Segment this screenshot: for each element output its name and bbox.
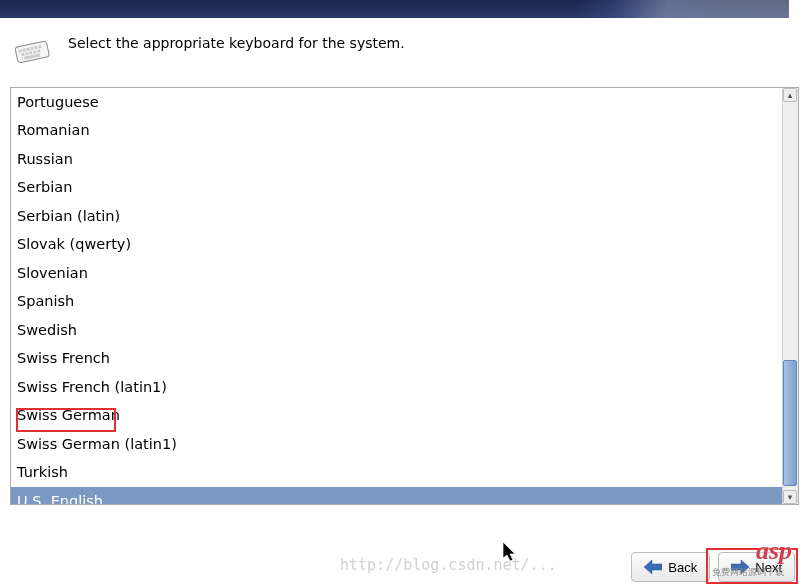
list-item[interactable]: Swiss French (11, 344, 782, 372)
list-item[interactable]: Portuguese (11, 88, 782, 116)
scrollbar[interactable]: ▴ ▾ (782, 88, 798, 504)
keyboard-listbox[interactable]: PortugueseRomanianRussianSerbianSerbian … (11, 88, 782, 504)
next-button[interactable]: Next (718, 552, 795, 582)
list-item[interactable]: Swiss French (latin1) (11, 373, 782, 401)
arrow-left-icon (644, 560, 662, 574)
list-item[interactable]: Turkish (11, 458, 782, 486)
svg-rect-7 (21, 53, 25, 57)
scroll-down-button[interactable]: ▾ (783, 490, 797, 504)
back-button[interactable]: Back (631, 552, 710, 582)
installer-banner (0, 0, 789, 18)
scroll-thumb[interactable] (783, 360, 797, 486)
svg-rect-9 (29, 51, 33, 55)
list-item[interactable]: Russian (11, 145, 782, 173)
svg-rect-1 (18, 49, 22, 53)
instruction-text: Select the appropriate keyboard for the … (68, 33, 405, 54)
list-item[interactable]: Slovak (qwerty) (11, 230, 782, 258)
keyboard-icon (12, 33, 52, 69)
list-item[interactable]: Serbian (latin) (11, 202, 782, 230)
instruction-row: Select the appropriate keyboard for the … (10, 33, 789, 69)
svg-rect-8 (25, 52, 29, 56)
svg-rect-3 (26, 48, 30, 52)
svg-rect-2 (22, 48, 26, 52)
arrow-right-icon (731, 560, 749, 574)
svg-rect-6 (38, 45, 42, 49)
watermark-url: http://blog.csdn.net/... (340, 556, 557, 574)
list-item[interactable]: Spanish (11, 287, 782, 315)
list-item[interactable]: Slovenian (11, 259, 782, 287)
svg-rect-5 (34, 46, 38, 50)
svg-rect-10 (33, 50, 37, 54)
list-item[interactable]: Swiss German (latin1) (11, 430, 782, 458)
next-button-label: Next (755, 560, 782, 575)
navigation-buttons: Back Next (631, 552, 795, 582)
list-item[interactable]: Swedish (11, 316, 782, 344)
mouse-cursor-icon (503, 542, 519, 564)
back-button-label: Back (668, 560, 697, 575)
list-item[interactable]: U.S. English (11, 487, 782, 504)
svg-rect-11 (37, 49, 41, 53)
scroll-up-button[interactable]: ▴ (783, 88, 797, 102)
main-content: Select the appropriate keyboard for the … (0, 18, 789, 505)
list-item[interactable]: Serbian (11, 173, 782, 201)
list-item[interactable]: Swiss German (11, 401, 782, 429)
list-item[interactable]: Romanian (11, 116, 782, 144)
banner-decoration (439, 0, 789, 18)
keyboard-list-container: PortugueseRomanianRussianSerbianSerbian … (10, 87, 799, 505)
svg-rect-4 (30, 47, 34, 51)
